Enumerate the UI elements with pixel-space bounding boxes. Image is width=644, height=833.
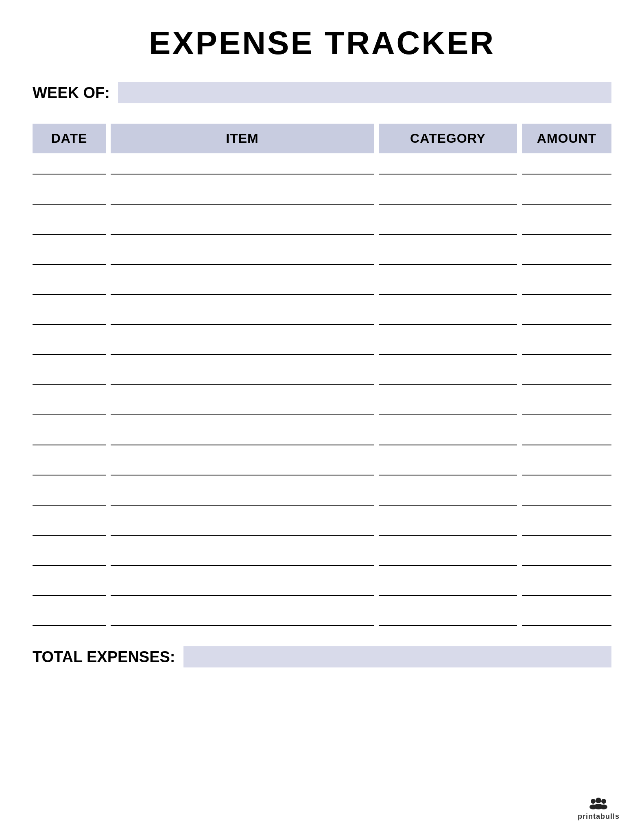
table-row <box>33 493 611 506</box>
date-cell[interactable] <box>33 462 106 475</box>
table-row <box>33 402 611 415</box>
date-cell[interactable] <box>33 523 106 536</box>
page: EXPENSE TRACKER WEEK OF: DATE ITEM CATEG… <box>0 0 644 833</box>
item-cell[interactable] <box>111 613 374 626</box>
category-cell[interactable] <box>379 402 517 415</box>
amount-cell[interactable] <box>522 372 611 385</box>
date-cell[interactable] <box>33 402 106 415</box>
category-cell[interactable] <box>379 252 517 265</box>
table-row <box>33 342 611 355</box>
amount-cell[interactable] <box>522 523 611 536</box>
date-cell[interactable] <box>33 372 106 385</box>
item-cell[interactable] <box>111 493 374 506</box>
header-date: DATE <box>33 124 106 153</box>
total-expenses-input[interactable] <box>183 646 611 667</box>
svg-point-0 <box>591 799 596 804</box>
svg-point-5 <box>600 805 607 809</box>
amount-cell[interactable] <box>522 432 611 445</box>
item-cell[interactable] <box>111 222 374 235</box>
table-row <box>33 252 611 265</box>
item-cell[interactable] <box>111 462 374 475</box>
item-cell[interactable] <box>111 402 374 415</box>
category-cell[interactable] <box>379 523 517 536</box>
total-label: TOTAL EXPENSES: <box>33 648 175 666</box>
watermark-text: printabulls <box>578 812 620 821</box>
item-cell[interactable] <box>111 161 374 174</box>
item-cell[interactable] <box>111 583 374 596</box>
category-cell[interactable] <box>379 342 517 355</box>
amount-cell[interactable] <box>522 402 611 415</box>
table-row <box>33 282 611 295</box>
header-amount: AMOUNT <box>522 124 611 153</box>
table-row <box>33 553 611 566</box>
item-cell[interactable] <box>111 372 374 385</box>
item-cell[interactable] <box>111 553 374 566</box>
week-of-row: WEEK OF: <box>33 82 611 103</box>
category-cell[interactable] <box>379 553 517 566</box>
category-cell[interactable] <box>379 462 517 475</box>
watermark: printabulls <box>578 797 620 821</box>
table-row <box>33 161 611 174</box>
item-cell[interactable] <box>111 523 374 536</box>
table-row <box>33 372 611 385</box>
date-cell[interactable] <box>33 222 106 235</box>
table-rows <box>33 161 611 626</box>
page-title: EXPENSE TRACKER <box>33 24 611 62</box>
item-cell[interactable] <box>111 342 374 355</box>
date-cell[interactable] <box>33 493 106 506</box>
category-cell[interactable] <box>379 372 517 385</box>
amount-cell[interactable] <box>522 312 611 325</box>
item-cell[interactable] <box>111 312 374 325</box>
expense-table: DATE ITEM CATEGORY AMOUNT <box>33 124 611 626</box>
category-cell[interactable] <box>379 161 517 174</box>
item-cell[interactable] <box>111 432 374 445</box>
category-cell[interactable] <box>379 192 517 205</box>
header-category: CATEGORY <box>379 124 517 153</box>
date-cell[interactable] <box>33 432 106 445</box>
category-cell[interactable] <box>379 493 517 506</box>
table-header: DATE ITEM CATEGORY AMOUNT <box>33 124 611 153</box>
item-cell[interactable] <box>111 252 374 265</box>
date-cell[interactable] <box>33 192 106 205</box>
amount-cell[interactable] <box>522 553 611 566</box>
amount-cell[interactable] <box>522 252 611 265</box>
amount-cell[interactable] <box>522 462 611 475</box>
amount-cell[interactable] <box>522 222 611 235</box>
date-cell[interactable] <box>33 342 106 355</box>
header-item: ITEM <box>111 124 374 153</box>
amount-cell[interactable] <box>522 282 611 295</box>
date-cell[interactable] <box>33 252 106 265</box>
table-row <box>33 583 611 596</box>
date-cell[interactable] <box>33 613 106 626</box>
amount-cell[interactable] <box>522 192 611 205</box>
table-row <box>33 222 611 235</box>
svg-point-1 <box>596 798 601 803</box>
amount-cell[interactable] <box>522 161 611 174</box>
total-row: TOTAL EXPENSES: <box>33 646 611 667</box>
amount-cell[interactable] <box>522 613 611 626</box>
date-cell[interactable] <box>33 282 106 295</box>
category-cell[interactable] <box>379 432 517 445</box>
category-cell[interactable] <box>379 312 517 325</box>
date-cell[interactable] <box>33 161 106 174</box>
amount-cell[interactable] <box>522 342 611 355</box>
table-row <box>33 613 611 626</box>
table-row <box>33 462 611 475</box>
week-of-label: WEEK OF: <box>33 84 110 102</box>
week-of-input[interactable] <box>118 82 611 103</box>
category-cell[interactable] <box>379 613 517 626</box>
svg-point-2 <box>601 799 606 804</box>
category-cell[interactable] <box>379 282 517 295</box>
date-cell[interactable] <box>33 312 106 325</box>
table-row <box>33 192 611 205</box>
amount-cell[interactable] <box>522 583 611 596</box>
item-cell[interactable] <box>111 282 374 295</box>
category-cell[interactable] <box>379 583 517 596</box>
amount-cell[interactable] <box>522 493 611 506</box>
date-cell[interactable] <box>33 553 106 566</box>
category-cell[interactable] <box>379 222 517 235</box>
date-cell[interactable] <box>33 583 106 596</box>
table-row <box>33 432 611 445</box>
watermark-icon <box>588 797 609 812</box>
item-cell[interactable] <box>111 192 374 205</box>
